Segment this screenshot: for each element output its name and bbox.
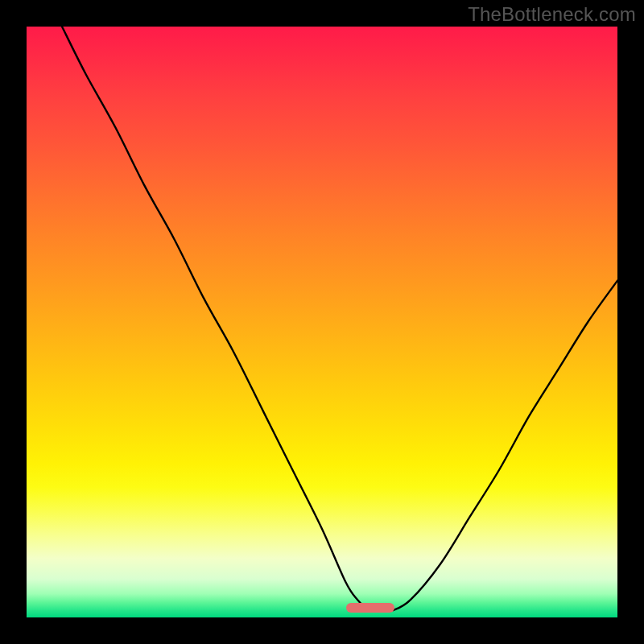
- plot-area: [27, 27, 617, 617]
- watermark-label: TheBottleneck.com: [468, 3, 636, 26]
- curve-svg: [27, 27, 617, 617]
- chart-frame: TheBottleneck.com: [0, 0, 644, 644]
- optimal-marker: [346, 603, 394, 613]
- bottleneck-curve: [62, 27, 617, 612]
